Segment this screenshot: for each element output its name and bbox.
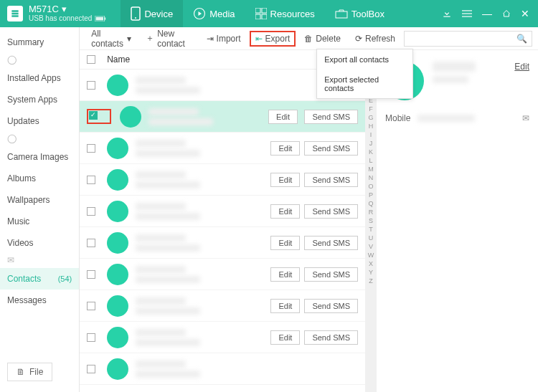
contact-row[interactable]: EditSend SMS bbox=[80, 196, 365, 227]
sidebar-messages[interactable]: Messages bbox=[0, 290, 79, 311]
sidebar-system-apps[interactable]: System Apps bbox=[0, 89, 79, 110]
contact-row[interactable]: EditSend SMS bbox=[80, 227, 365, 259]
send-sms-button[interactable]: Send SMS bbox=[304, 141, 358, 156]
contact-row[interactable]: EditSend SMS bbox=[80, 164, 365, 196]
alpha-H[interactable]: H bbox=[369, 122, 374, 130]
alpha-R[interactable]: R bbox=[369, 208, 374, 216]
edit-button[interactable]: Edit bbox=[270, 141, 300, 156]
export-button[interactable]: ⇤Export bbox=[250, 31, 296, 47]
nav-device[interactable]: Device bbox=[121, 0, 183, 27]
edit-button[interactable]: Edit bbox=[270, 236, 300, 250]
nav-media[interactable]: Media bbox=[183, 0, 245, 27]
app-icon bbox=[7, 6, 23, 21]
export-selected-option[interactable]: Export selected contacts bbox=[317, 70, 412, 98]
row-checkbox[interactable] bbox=[87, 365, 95, 373]
send-sms-button[interactable]: Send SMS bbox=[304, 236, 358, 250]
close-icon[interactable]: ✕ bbox=[521, 8, 529, 19]
export-all-option[interactable]: Export all contacts bbox=[317, 49, 412, 70]
edit-button[interactable]: Edit bbox=[270, 267, 300, 282]
row-checkbox[interactable] bbox=[87, 207, 95, 216]
search-input[interactable] bbox=[409, 34, 516, 44]
alpha-V[interactable]: V bbox=[369, 242, 373, 251]
alpha-L[interactable]: L bbox=[369, 156, 372, 165]
search-icon[interactable]: 🔍 bbox=[516, 34, 527, 44]
alpha-O[interactable]: O bbox=[368, 182, 373, 191]
send-sms-button[interactable]: Send SMS bbox=[304, 173, 358, 187]
minimize-icon[interactable]: — bbox=[482, 8, 492, 19]
alpha-Y[interactable]: Y bbox=[369, 268, 373, 277]
alpha-P[interactable]: P bbox=[369, 191, 373, 199]
sidebar-camera-images[interactable]: Camera Images bbox=[0, 146, 79, 168]
edit-button[interactable]: Edit bbox=[268, 110, 298, 124]
edit-button[interactable]: Edit bbox=[270, 299, 300, 313]
send-sms-button[interactable]: Send SMS bbox=[304, 267, 358, 282]
alpha-T[interactable]: T bbox=[369, 225, 373, 234]
contact-row[interactable]: EditSend SMS bbox=[80, 259, 365, 290]
sidebar-videos[interactable]: Videos bbox=[0, 232, 79, 254]
delete-button[interactable]: 🗑Delete bbox=[298, 32, 346, 46]
contact-row[interactable]: Edit Send SMS bbox=[80, 101, 365, 133]
alpha-S[interactable]: S bbox=[369, 216, 373, 225]
sidebar-installed-apps[interactable]: Installed Apps bbox=[0, 67, 79, 89]
alpha-Q[interactable]: Q bbox=[368, 199, 373, 208]
alpha-index: #ABCDEFGHIJKLMNOPQRSTUVWXYZ bbox=[365, 50, 377, 392]
contact-row[interactable]: EditSend SMS bbox=[80, 290, 365, 322]
alpha-K[interactable]: K bbox=[369, 148, 373, 156]
maximize-icon[interactable] bbox=[502, 9, 511, 18]
avatar bbox=[107, 358, 128, 380]
filter-all-contacts[interactable]: All contacts ▾ bbox=[85, 27, 137, 51]
send-sms-button[interactable]: Send SMS bbox=[304, 204, 358, 219]
select-all-checkbox[interactable] bbox=[87, 55, 95, 64]
row-checkbox[interactable] bbox=[87, 270, 95, 279]
contact-row[interactable]: EditSend SMS bbox=[80, 322, 365, 353]
alpha-X[interactable]: X bbox=[369, 259, 373, 268]
row-checkbox-highlighted[interactable] bbox=[87, 109, 111, 124]
contact-row[interactable] bbox=[80, 353, 365, 385]
device-block[interactable]: M571C▾ USB has connected bbox=[29, 4, 106, 23]
sidebar-wallpapers[interactable]: Wallpapers bbox=[0, 189, 79, 211]
send-sms-button[interactable]: Send SMS bbox=[304, 330, 358, 345]
row-checkbox[interactable] bbox=[87, 176, 95, 184]
sidebar-music[interactable]: Music bbox=[0, 211, 79, 232]
nav-resources[interactable]: Resources bbox=[245, 0, 325, 27]
row-checkbox[interactable] bbox=[87, 81, 95, 90]
alpha-G[interactable]: G bbox=[368, 113, 373, 122]
mail-icon[interactable]: ✉ bbox=[522, 113, 529, 123]
download-icon[interactable] bbox=[442, 9, 452, 19]
alpha-Z[interactable]: Z bbox=[369, 277, 373, 285]
edit-button[interactable]: Edit bbox=[270, 173, 300, 187]
row-checkbox[interactable] bbox=[87, 239, 95, 247]
alpha-N[interactable]: N bbox=[369, 173, 374, 182]
nav-toolbox[interactable]: ToolBox bbox=[325, 0, 395, 27]
import-button[interactable]: ⇥Import bbox=[201, 32, 247, 46]
alpha-J[interactable]: J bbox=[369, 139, 373, 148]
new-contact-button[interactable]: ＋New contact bbox=[140, 27, 197, 51]
file-button[interactable]: 🗎 File bbox=[7, 363, 52, 381]
refresh-button[interactable]: ⟳Refresh bbox=[349, 32, 401, 46]
search-box[interactable]: 🔍 bbox=[404, 31, 532, 47]
send-sms-button[interactable]: Send SMS bbox=[304, 110, 358, 124]
menu-icon[interactable] bbox=[462, 9, 472, 19]
sidebar-updates[interactable]: Updates bbox=[0, 110, 79, 132]
alpha-W[interactable]: W bbox=[368, 251, 374, 259]
alpha-I[interactable]: I bbox=[370, 130, 372, 139]
alpha-M[interactable]: M bbox=[368, 165, 374, 173]
sidebar-contacts[interactable]: Contacts(54) bbox=[0, 268, 79, 290]
sidebar-albums[interactable]: Albums bbox=[0, 168, 79, 189]
sidebar-summary[interactable]: Summary bbox=[0, 32, 79, 53]
detail-edit-link[interactable]: Edit bbox=[514, 62, 529, 72]
edit-button[interactable]: Edit bbox=[270, 330, 300, 345]
svg-rect-13 bbox=[462, 13, 472, 14]
row-checkbox[interactable] bbox=[87, 144, 95, 153]
row-checkbox[interactable] bbox=[87, 302, 95, 310]
alpha-F[interactable]: F bbox=[369, 105, 373, 113]
edit-button[interactable]: Edit bbox=[270, 204, 300, 219]
battery-icon bbox=[95, 16, 106, 21]
send-sms-button[interactable]: Send SMS bbox=[304, 299, 358, 313]
alpha-U[interactable]: U bbox=[369, 234, 374, 242]
svg-rect-9 bbox=[262, 14, 267, 19]
avatar bbox=[107, 201, 128, 222]
row-checkbox[interactable] bbox=[87, 333, 95, 342]
svg-rect-7 bbox=[262, 8, 267, 13]
contact-row[interactable]: EditSend SMS bbox=[80, 133, 365, 164]
